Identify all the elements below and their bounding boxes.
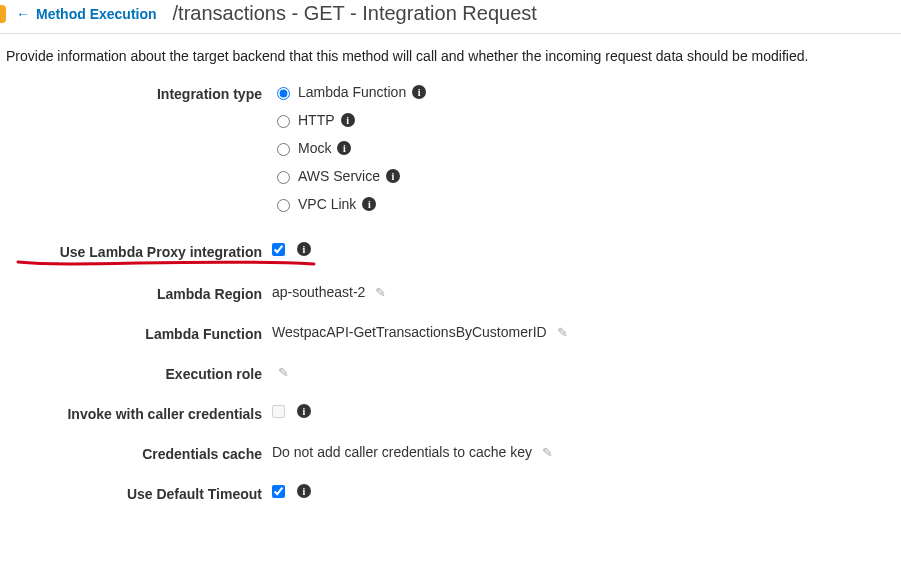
- edit-icon[interactable]: ✎: [375, 285, 386, 300]
- arrow-left-icon: ←: [16, 6, 30, 22]
- radio-vpc-link[interactable]: VPC Link i: [272, 196, 895, 212]
- text-lambda-region: ap-southeast-2: [272, 284, 365, 300]
- edit-icon[interactable]: ✎: [542, 445, 553, 460]
- checkbox-lambda-proxy[interactable]: [272, 243, 285, 256]
- edit-icon[interactable]: ✎: [278, 365, 289, 380]
- info-icon[interactable]: i: [297, 404, 311, 418]
- radio-mock[interactable]: Mock i: [272, 140, 895, 156]
- radio-lambda[interactable]: Lambda Function i: [272, 84, 895, 100]
- page-description: Provide information about the target bac…: [0, 34, 901, 84]
- label-default-timeout: Use Default Timeout: [6, 484, 272, 502]
- radio-aws-service-input[interactable]: [277, 171, 290, 184]
- checkbox-default-timeout[interactable]: [272, 485, 285, 498]
- edit-icon[interactable]: ✎: [557, 325, 568, 340]
- row-lambda-region: Lambda Region ap-southeast-2 ✎: [6, 284, 895, 302]
- integration-form: Integration type Lambda Function i HTTP …: [0, 84, 901, 502]
- info-icon[interactable]: i: [341, 113, 355, 127]
- row-credentials-cache: Credentials cache Do not add caller cred…: [6, 444, 895, 462]
- radio-aws-service[interactable]: AWS Service i: [272, 168, 895, 184]
- value-credentials-cache: Do not add caller credentials to cache k…: [272, 444, 895, 460]
- radio-http[interactable]: HTTP i: [272, 112, 895, 128]
- value-lambda-proxy: i: [272, 242, 895, 256]
- label-execution-role: Execution role: [6, 364, 272, 382]
- label-credentials-cache: Credentials cache: [6, 444, 272, 462]
- row-integration-type: Integration type Lambda Function i HTTP …: [6, 84, 895, 212]
- radio-vpc-link-label: VPC Link: [298, 196, 356, 212]
- method-execution-back-link[interactable]: ← Method Execution: [16, 6, 157, 22]
- label-invoke-caller: Invoke with caller credentials: [6, 404, 272, 422]
- info-icon[interactable]: i: [337, 141, 351, 155]
- row-lambda-proxy: Use Lambda Proxy integration i: [6, 242, 895, 260]
- label-lambda-region: Lambda Region: [6, 284, 272, 302]
- info-icon[interactable]: i: [412, 85, 426, 99]
- radio-lambda-label: Lambda Function: [298, 84, 406, 100]
- label-lambda-proxy-text: Use Lambda Proxy integration: [60, 244, 262, 260]
- back-link-label: Method Execution: [36, 6, 157, 22]
- label-integration-type: Integration type: [6, 84, 272, 102]
- value-default-timeout: i: [272, 484, 895, 498]
- radio-vpc-link-input[interactable]: [277, 199, 290, 212]
- row-execution-role: Execution role ✎: [6, 364, 895, 382]
- row-invoke-caller: Invoke with caller credentials i: [6, 404, 895, 422]
- text-lambda-function: WestpacAPI-GetTransactionsByCustomerID: [272, 324, 547, 340]
- row-default-timeout: Use Default Timeout i: [6, 484, 895, 502]
- value-lambda-region: ap-southeast-2 ✎: [272, 284, 895, 300]
- row-lambda-function: Lambda Function WestpacAPI-GetTransactio…: [6, 324, 895, 342]
- accent-marker: [0, 5, 6, 23]
- info-icon[interactable]: i: [386, 169, 400, 183]
- radio-mock-label: Mock: [298, 140, 331, 156]
- radio-http-label: HTTP: [298, 112, 335, 128]
- radio-aws-service-label: AWS Service: [298, 168, 380, 184]
- page-header: ← Method Execution /transactions - GET -…: [0, 0, 901, 34]
- integration-type-options: Lambda Function i HTTP i Mock i AWS Serv…: [272, 84, 895, 212]
- page-title: /transactions - GET - Integration Reques…: [173, 2, 537, 25]
- radio-http-input[interactable]: [277, 115, 290, 128]
- radio-mock-input[interactable]: [277, 143, 290, 156]
- label-lambda-proxy: Use Lambda Proxy integration: [6, 242, 272, 260]
- text-credentials-cache: Do not add caller credentials to cache k…: [272, 444, 532, 460]
- checkbox-invoke-caller[interactable]: [272, 405, 285, 418]
- value-invoke-caller: i: [272, 404, 895, 418]
- label-lambda-function: Lambda Function: [6, 324, 272, 342]
- info-icon[interactable]: i: [297, 484, 311, 498]
- radio-lambda-input[interactable]: [277, 87, 290, 100]
- info-icon[interactable]: i: [362, 197, 376, 211]
- value-execution-role: ✎: [272, 364, 895, 380]
- value-lambda-function: WestpacAPI-GetTransactionsByCustomerID ✎: [272, 324, 895, 340]
- info-icon[interactable]: i: [297, 242, 311, 256]
